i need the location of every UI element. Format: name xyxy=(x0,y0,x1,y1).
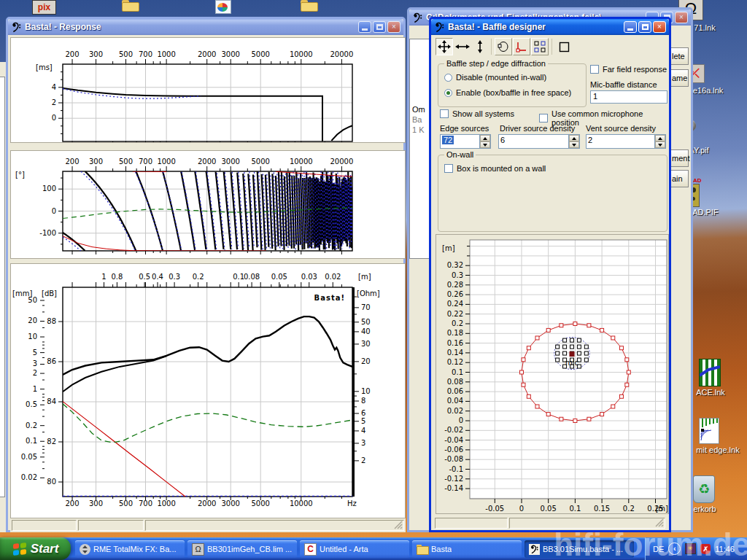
move-tool-button[interactable] xyxy=(436,38,453,55)
desktop-icon-label[interactable]: mit edge.lnk xyxy=(689,446,747,454)
svg-text:0.12: 0.12 xyxy=(447,358,463,366)
ace-shortcut-icon[interactable] xyxy=(699,359,721,386)
radio-disable-inwall[interactable]: Disable (mounted in-wall) xyxy=(444,73,546,82)
edge-shortcut-icon[interactable] xyxy=(699,418,719,444)
colored-document-desktop-icon[interactable] xyxy=(215,0,231,14)
svg-text:0.02: 0.02 xyxy=(21,473,37,481)
show-all-systems-checkbox[interactable]: Show all systems xyxy=(440,109,514,118)
svg-text:0.05: 0.05 xyxy=(541,505,557,513)
radio-icon-selected[interactable] xyxy=(444,89,452,97)
task-label: Untitled - Arta xyxy=(320,545,368,553)
svg-text:0: 0 xyxy=(519,505,524,513)
arta-icon: C xyxy=(304,543,317,556)
svg-text:30: 30 xyxy=(361,340,371,348)
svg-text:-0.05: -0.05 xyxy=(485,505,504,513)
security-alert-icon[interactable]: ✗ xyxy=(700,544,711,554)
checkbox-icon[interactable] xyxy=(440,109,449,118)
radio-enable-freespace[interactable]: Enable (box/baffle in free space) xyxy=(444,88,571,97)
svg-text:20000: 20000 xyxy=(330,158,353,166)
driver-density-value[interactable]: 6 xyxy=(499,135,568,148)
vertical-resize-icon xyxy=(476,40,484,53)
tray-chip-icon[interactable]: ✳ xyxy=(685,543,696,554)
spin-down-button[interactable] xyxy=(480,141,490,148)
hide-icons-chevron[interactable]: ‹ xyxy=(668,542,681,555)
minimize-button[interactable] xyxy=(358,21,371,33)
edge-sources-label: Edge sources xyxy=(440,124,489,133)
status-cell xyxy=(435,518,508,529)
response-window[interactable]: Basta! - Response × 20030050070010002000… xyxy=(6,17,406,532)
close-button[interactable]: × xyxy=(653,21,666,33)
checkbox-icon[interactable] xyxy=(444,164,453,173)
svg-text:5: 5 xyxy=(361,417,365,425)
spin-up-button[interactable] xyxy=(569,135,579,141)
svg-text:[ms]: [ms] xyxy=(36,63,53,71)
taskbar-button-limp[interactable]: Ω BB301imGeh_CB.lim ... xyxy=(187,540,297,558)
recycle-bin-icon[interactable]: ♻ xyxy=(693,475,715,503)
mic-baffle-distance-input[interactable]: 1 xyxy=(590,90,667,104)
far-field-checkbox[interactable]: Far field response xyxy=(590,65,667,74)
horizontal-resize-tool-button[interactable] xyxy=(454,38,471,55)
spin-up-button[interactable] xyxy=(480,135,490,141)
pix-desktop-icon[interactable]: pix xyxy=(32,0,56,15)
vent-density-spinner[interactable]: 2 xyxy=(586,134,666,149)
close-button[interactable]: × xyxy=(675,12,688,23)
baffle-designer-window[interactable]: Basta! - Baffle designer × xyxy=(429,17,671,532)
edge-sources-value[interactable]: 72 xyxy=(442,136,454,144)
svg-text:88: 88 xyxy=(47,317,56,325)
ellipse-tool-button[interactable] xyxy=(495,38,512,55)
bg-delete-button[interactable]: lete xyxy=(669,47,689,65)
vertical-resize-tool-button[interactable] xyxy=(472,38,488,55)
svg-text:20: 20 xyxy=(28,316,37,324)
move-tool-icon xyxy=(438,40,451,53)
maximize-button[interactable] xyxy=(373,21,386,33)
start-button[interactable]: Start xyxy=(0,537,71,560)
box-on-wall-checkbox[interactable]: Box is mounted on a wall xyxy=(444,164,546,173)
taskbar-button-rme[interactable]: RME TotalMix FX: Ba... xyxy=(75,540,185,558)
resize-grip[interactable] xyxy=(654,518,664,527)
svg-text:700: 700 xyxy=(139,499,152,508)
folder-desktop-icon[interactable] xyxy=(122,0,139,10)
bg-comment-button[interactable]: ment xyxy=(669,149,689,167)
desktop-icon-label[interactable]: ACE.lnk xyxy=(689,388,732,397)
folder-icon xyxy=(417,545,428,554)
driver-density-spinner[interactable]: 6 xyxy=(498,134,580,149)
bg-main-button[interactable]: ain xyxy=(669,170,689,187)
spin-down-button[interactable] xyxy=(569,141,579,148)
spin-up-button[interactable] xyxy=(655,135,665,141)
array-tool-button[interactable] xyxy=(531,38,549,55)
spl-chart-panel: 200300500700100020003000500010000Hz88868… xyxy=(10,263,406,518)
svg-text:0.18: 0.18 xyxy=(447,329,463,337)
svg-text:10000: 10000 xyxy=(290,499,313,508)
resize-grip[interactable] xyxy=(393,520,403,529)
rectangle-tool-button[interactable] xyxy=(555,38,573,55)
close-button[interactable]: × xyxy=(387,21,400,33)
language-indicator[interactable]: DE xyxy=(653,545,664,553)
checkbox-icon[interactable] xyxy=(590,65,599,74)
tray-clock[interactable]: 11:46 xyxy=(715,545,735,553)
svg-text:5000: 5000 xyxy=(251,50,269,58)
svg-text:[dB]: [dB] xyxy=(42,289,57,298)
checkbox-icon[interactable] xyxy=(539,114,548,122)
svg-text:[m]: [m] xyxy=(442,244,455,252)
folder-desktop-icon-2[interactable] xyxy=(301,0,318,10)
coordinate-tool-button[interactable] xyxy=(513,38,530,55)
svg-text:[m]: [m] xyxy=(655,505,668,513)
maximize-button[interactable] xyxy=(638,21,651,33)
baffle-titlebar[interactable]: Basta! - Baffle designer × xyxy=(431,19,669,35)
radio-icon[interactable] xyxy=(444,74,452,82)
vent-density-value[interactable]: 2 xyxy=(587,135,654,148)
svg-text:-0.06: -0.06 xyxy=(444,446,463,454)
minimize-button[interactable] xyxy=(624,21,637,33)
svg-text:300: 300 xyxy=(89,50,103,58)
bg-rename-button[interactable]: ame xyxy=(669,69,689,87)
svg-text:10: 10 xyxy=(361,387,371,395)
spin-down-button[interactable] xyxy=(655,141,665,148)
svg-text:0.5: 0.5 xyxy=(26,400,37,408)
edge-sources-spinner[interactable]: 72 xyxy=(440,134,491,149)
svg-text:2: 2 xyxy=(361,456,365,464)
taskbar-button-arta[interactable]: C Untitled - Arta xyxy=(300,540,409,558)
taskbar-button-basta-sim[interactable]: BB3.01Simu.basta - ... xyxy=(525,540,634,558)
response-titlebar[interactable]: Basta! - Response × xyxy=(8,19,403,35)
taskbar-button-basta-folder[interactable]: Basta xyxy=(412,540,522,558)
svg-text:1: 1 xyxy=(101,273,106,281)
